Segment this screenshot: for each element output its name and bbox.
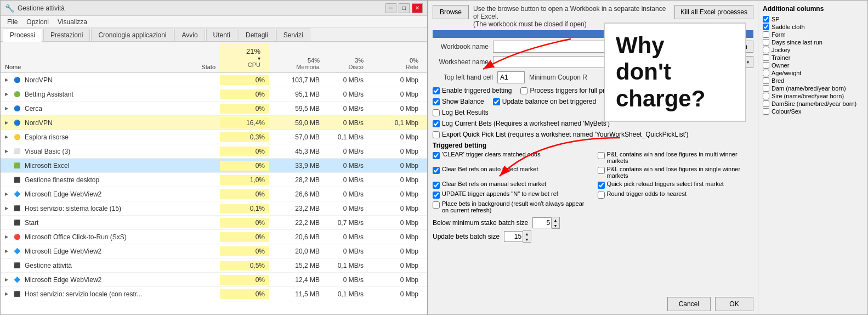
titlebar-controls: ─ □ ✕ bbox=[385, 3, 423, 13]
col-rete[interactable]: 0% Rete bbox=[368, 55, 423, 72]
ac-sp-checkbox[interactable] bbox=[763, 16, 769, 22]
table-row[interactable]: ▶🔷Microsoft Edge WebView2 0% 26,6 MB 0 M… bbox=[1, 187, 427, 201]
trigger-0-label: 'CLEAR' trigger clears matched odds bbox=[442, 151, 541, 158]
browse-button[interactable]: Browse bbox=[433, 5, 469, 19]
cancel-button[interactable]: Cancel bbox=[667, 297, 711, 311]
trigger-r1-checkbox[interactable] bbox=[598, 167, 605, 174]
ac-trainer-label: Trainer bbox=[771, 54, 790, 61]
menu-view[interactable]: Visualizza bbox=[53, 17, 92, 27]
update-batch-spinbox: ▲ ▼ bbox=[504, 230, 531, 243]
table-row[interactable]: ▶🟢Betting Assistant 0% 95,1 MB 0 MB/s 0 … bbox=[1, 87, 427, 102]
trigger-3-checkbox[interactable] bbox=[433, 192, 440, 199]
log-bet-checkbox[interactable] bbox=[433, 109, 440, 116]
enable-trigger-checkbox[interactable] bbox=[433, 87, 440, 94]
additional-columns-title: Additional columns bbox=[763, 5, 863, 13]
cell-label: Top left hand cell bbox=[433, 74, 493, 81]
cell-input[interactable] bbox=[497, 71, 525, 83]
tab-prestazioni[interactable]: Prestazioni bbox=[43, 29, 90, 41]
table-row[interactable]: ▶🟡Esplora risorse 0,3% 57,0 MB 0,1 MB/s … bbox=[1, 130, 427, 144]
trigger-item-2: Clear Bet refs on manual select market bbox=[433, 181, 589, 189]
minimize-button[interactable]: ─ bbox=[385, 3, 396, 13]
ac-age-checkbox[interactable] bbox=[763, 70, 769, 76]
ac-item-age: Age/weight bbox=[763, 70, 863, 76]
trigger-item-5: Place bets in background (result won't a… bbox=[433, 200, 589, 213]
enable-trigger-label: Enable triggered betting bbox=[442, 87, 512, 94]
ac-saddle-label: Saddle cloth bbox=[771, 24, 805, 30]
maximize-button[interactable]: □ bbox=[399, 3, 410, 13]
table-row[interactable]: ▶🔷Microsoft Edge WebView2 0% 20,0 MB 0 M… bbox=[1, 244, 427, 258]
table-row[interactable]: ▶⬜Visual Basic (3) 0% 45,3 MB 0 MB/s 0 M… bbox=[1, 144, 427, 159]
show-balance-checkbox[interactable] bbox=[433, 98, 440, 105]
process-triggers-checkbox[interactable] bbox=[520, 87, 527, 94]
menu-options[interactable]: Opzioni bbox=[22, 17, 53, 27]
table-row[interactable]: ▶⬛Gestione attività 0,5% 15,2 MB 0,1 MB/… bbox=[1, 258, 427, 273]
additional-columns-panel: Additional columns SP Saddle cloth Form … bbox=[758, 1, 867, 314]
ac-trainer-checkbox[interactable] bbox=[763, 54, 769, 61]
trigger-1-checkbox[interactable] bbox=[433, 167, 440, 174]
ac-colour-checkbox[interactable] bbox=[763, 108, 769, 115]
col-name[interactable]: Nome bbox=[1, 61, 154, 72]
table-row[interactable]: ▶🔵NordVPN 16,4% 59,0 MB 0 MB/s 0,1 Mbp bbox=[1, 116, 427, 130]
table-row-excel[interactable]: ▶🟩Microsoft Excel 0% 33,9 MB 0 MB/s 0 Mb… bbox=[1, 159, 427, 173]
col-stato[interactable]: Stato bbox=[154, 61, 220, 72]
ac-saddle-checkbox[interactable] bbox=[763, 24, 769, 30]
table-row[interactable]: ▶⬛Host servizio: servizio locale (con re… bbox=[1, 287, 427, 301]
table-row[interactable]: ▶🔵NordVPN 0% 103,7 MB 0 MB/s 0 Mbp bbox=[1, 73, 427, 87]
tab-cronologia[interactable]: Cronologia applicazioni bbox=[91, 29, 173, 41]
table-row[interactable]: ▶🔴Microsoft Office Click-to-Run (SxS) 0%… bbox=[1, 230, 427, 244]
tabs-bar: Processi Prestazioni Cronologia applicaz… bbox=[1, 28, 427, 42]
triggered-grid: 'CLEAR' trigger clears matched odds P&L … bbox=[433, 151, 753, 213]
kill-all-button[interactable]: Kill all Excel processes bbox=[674, 5, 753, 19]
ac-jockey-checkbox[interactable] bbox=[763, 47, 769, 53]
update-batch-up[interactable]: ▲ bbox=[523, 231, 531, 237]
titlebar-left: 🔧 Gestione attività bbox=[5, 4, 65, 13]
table-header: Nome Stato 21% ▾ CPU 54% Memoria bbox=[1, 42, 427, 73]
table-row[interactable]: ▶⬛Start 0% 22,2 MB 0,7 MB/s 0 Mbp bbox=[1, 216, 427, 230]
col-memoria[interactable]: 54% Memoria bbox=[269, 55, 324, 72]
ac-sire-label: Sire (name/bred/year born) bbox=[771, 93, 844, 99]
below-min-down[interactable]: ▼ bbox=[552, 223, 559, 228]
ac-dam-checkbox[interactable] bbox=[763, 85, 769, 92]
tab-dettagli[interactable]: Dettagli bbox=[239, 29, 275, 41]
titlebar: 🔧 Gestione attività ─ □ ✕ bbox=[1, 1, 427, 16]
update-batch-row: Update bets batch size ▲ ▼ bbox=[433, 230, 753, 243]
trigger-0-checkbox[interactable] bbox=[433, 152, 440, 159]
ac-owner-checkbox[interactable] bbox=[763, 62, 769, 69]
close-button[interactable]: ✕ bbox=[412, 3, 423, 13]
ac-colour-label: Colour/Sex bbox=[771, 108, 801, 115]
update-balance-label: Update balance on bet triggered bbox=[502, 98, 596, 105]
update-batch-down[interactable]: ▼ bbox=[523, 237, 531, 242]
export-quick-pick-checkbox[interactable] bbox=[433, 131, 440, 138]
table-row[interactable]: ▶⬛Gestione finestre desktop 1,0% 28,2 MB… bbox=[1, 173, 427, 187]
tab-avvio[interactable]: Avvio bbox=[174, 29, 205, 41]
table-row[interactable]: ▶⬛Host servizio: sistema locale (15) 0,1… bbox=[1, 201, 427, 216]
below-min-input[interactable] bbox=[532, 217, 552, 228]
trigger-4-checkbox[interactable] bbox=[598, 192, 605, 199]
below-min-up[interactable]: ▲ bbox=[552, 217, 559, 223]
update-balance-option: Update balance on bet triggered bbox=[493, 98, 596, 105]
trigger-right-2: Quick pick reload triggers select first … bbox=[598, 181, 754, 189]
ac-bred-checkbox[interactable] bbox=[763, 77, 769, 84]
ok-button[interactable]: OK bbox=[715, 297, 753, 311]
ac-damsire-checkbox[interactable] bbox=[763, 100, 769, 107]
table-row[interactable]: ▶🔵Cerca 0% 59,5 MB 0 MB/s 0 Mbp bbox=[1, 102, 427, 116]
trigger-r2-checkbox[interactable] bbox=[598, 182, 605, 189]
trigger-5-checkbox[interactable] bbox=[433, 201, 440, 209]
tab-utenti[interactable]: Utenti bbox=[206, 29, 237, 41]
ac-days-checkbox[interactable] bbox=[763, 39, 769, 46]
update-batch-input[interactable] bbox=[504, 231, 523, 242]
col-cpu[interactable]: 21% ▾ CPU bbox=[220, 43, 269, 72]
ac-sire-checkbox[interactable] bbox=[763, 93, 769, 99]
ac-form-checkbox[interactable] bbox=[763, 31, 769, 38]
table-row[interactable]: ▶🔷Microsoft Edge WebView2 0% 12,4 MB 0 M… bbox=[1, 273, 427, 287]
trigger-r0-checkbox[interactable] bbox=[598, 152, 605, 159]
update-balance-checkbox[interactable] bbox=[493, 98, 500, 105]
log-current-bets-checkbox[interactable] bbox=[433, 120, 440, 127]
col-disco[interactable]: 3% Disco bbox=[324, 55, 368, 72]
tab-processi[interactable]: Processi bbox=[3, 29, 42, 42]
menu-file[interactable]: File bbox=[3, 17, 22, 27]
process-list: ▶🔵NordVPN 0% 103,7 MB 0 MB/s 0 Mbp ▶🟢Bet… bbox=[1, 73, 427, 314]
tab-servizi[interactable]: Servizi bbox=[276, 29, 310, 41]
trigger-2-checkbox[interactable] bbox=[433, 182, 440, 189]
bottom-buttons: Cancel OK bbox=[428, 294, 758, 314]
